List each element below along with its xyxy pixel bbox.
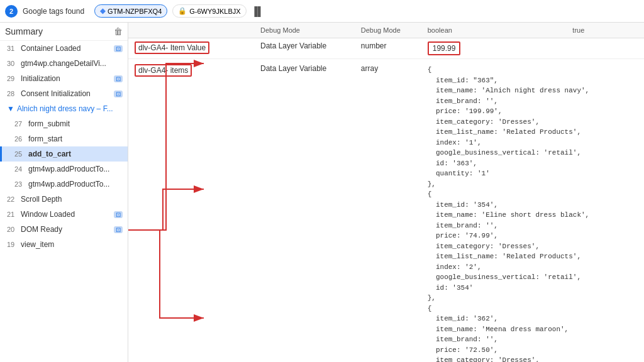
sidebar-item-23[interactable]: 23 gtm4wp.addProductTo... — [0, 177, 128, 192]
var-value-items: { item_id: "363", item_name: 'Alnich nig… — [421, 59, 644, 363]
main-layout: Summary 🗑 31 Container Loaded ⊡ 30 gtm4w… — [0, 23, 644, 362]
table-header-row: Debug Mode Debug Mode boolean true — [128, 23, 644, 38]
header-title: Google tags found — [23, 7, 84, 16]
col-debug-mode2: Debug Mode — [355, 23, 421, 38]
sidebar-item-19[interactable]: 19 view_item — [0, 237, 128, 252]
variables-table: Debug Mode Debug Mode boolean true dlv-G… — [128, 23, 644, 362]
arrow-down-icon: ▼ — [7, 104, 14, 113]
var-value-item-value: 199.99 — [421, 38, 567, 59]
sidebar-item-29[interactable]: 29 Initialization ⊡ — [0, 71, 128, 86]
ga-tag-button[interactable]: 🔒 G-6WY9JKLBJX — [172, 4, 246, 18]
sidebar-item-25[interactable]: 25 add_to_cart — [0, 146, 128, 162]
ga-lock-icon: 🔒 — [178, 7, 187, 15]
var-box-items: dlv-GA4- items — [135, 64, 192, 77]
ga-tag-label: G-6WY9JKLBJX — [189, 8, 240, 15]
gtm-diamond-icon: ◆ — [100, 7, 105, 15]
content-area: Debug Mode Debug Mode boolean true dlv-G… — [128, 23, 644, 362]
delete-icon[interactable]: 🗑 — [114, 26, 123, 36]
sidebar-item-21[interactable]: 21 Window Loaded ⊡ — [0, 207, 128, 222]
sidebar-item-31[interactable]: 31 Container Loaded ⊡ — [0, 41, 128, 56]
sidebar: Summary 🗑 31 Container Loaded ⊡ 30 gtm4w… — [0, 23, 128, 362]
table-row: dlv-GA4- items Data Layer Variable array… — [128, 59, 644, 363]
app-container: 2 Google tags found ◆ GTM-NZPBFXQ4 🔒 G-6… — [0, 0, 644, 362]
sidebar-header: Summary 🗑 — [0, 23, 128, 41]
sidebar-title: Summary — [5, 26, 43, 36]
sidebar-item-28[interactable]: 28 Consent Initialization ⊡ — [0, 86, 128, 101]
sidebar-item-26[interactable]: 26 form_start — [0, 131, 128, 146]
sidebar-item-20[interactable]: 20 DOM Ready ⊡ — [0, 222, 128, 237]
col-variable — [128, 23, 254, 38]
var-box-item-value: dlv-GA4- Item Value — [135, 41, 209, 54]
col-boolean: boolean — [421, 23, 567, 38]
json-items-data: { item_id: "363", item_name: 'Alnich nig… — [428, 62, 638, 362]
sidebar-item-30[interactable]: 30 gtm4wp.changeDetailVi... — [0, 56, 128, 71]
var-dtype-item-value: number — [355, 38, 421, 59]
gtm-tag-button[interactable]: ◆ GTM-NZPBFXQ4 — [94, 4, 167, 18]
col-true: true — [566, 23, 644, 38]
value-box-199: 199.99 — [428, 41, 461, 55]
gtm-tag-label: GTM-NZPBFXQ4 — [108, 8, 162, 15]
var-name-item-value: dlv-GA4- Item Value — [128, 38, 254, 59]
sidebar-item-22[interactable]: 22 Scroll Depth — [0, 192, 128, 207]
sidebar-item-24[interactable]: 24 gtm4wp.addProductTo... — [0, 162, 128, 177]
tag-count-badge: 2 — [5, 5, 18, 18]
header: 2 Google tags found ◆ GTM-NZPBFXQ4 🔒 G-6… — [0, 0, 644, 23]
sidebar-item-27[interactable]: 27 form_submit — [0, 116, 128, 131]
var-type-item-value: Data Layer Variable — [254, 38, 355, 59]
var-name-items: dlv-GA4- items — [128, 59, 254, 363]
col-debug-mode1: Debug Mode — [254, 23, 355, 38]
sidebar-item-parent[interactable]: ▼ Alnich night dress navy – F... — [0, 101, 128, 116]
var-type-items: Data Layer Variable — [254, 59, 355, 363]
var-dtype-items: array — [355, 59, 421, 363]
table-row: dlv-GA4- Item Value Data Layer Variable … — [128, 38, 644, 59]
bar-chart-icon[interactable]: ▐▌ — [252, 6, 264, 16]
